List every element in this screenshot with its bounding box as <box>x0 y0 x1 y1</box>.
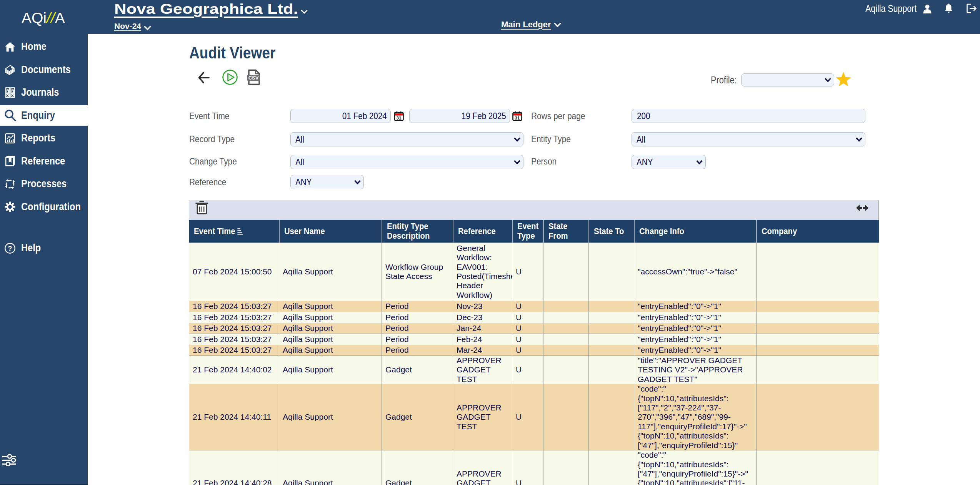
svg-text:31: 31 <box>397 116 402 120</box>
svg-text:?: ? <box>8 244 12 252</box>
svg-text:31: 31 <box>515 116 520 120</box>
svg-text:CSV: CSV <box>248 75 259 81</box>
